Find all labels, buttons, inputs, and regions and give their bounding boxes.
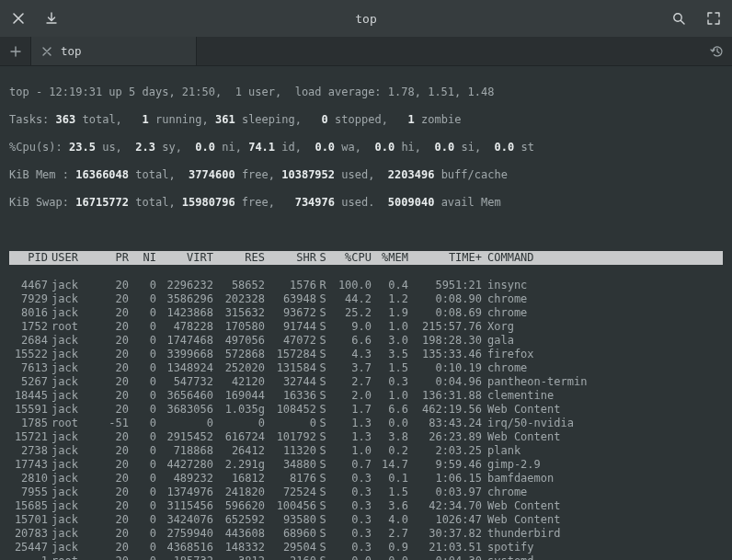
process-row: 15701jack200342407665259293580S0.34.0102… [9,513,723,527]
summary-line-cpu: %Cpu(s): 23.5 us, 2.3 sy, 0.0 ni, 74.1 i… [9,141,723,154]
process-row: 15721jack2002915452616724101792S1.33.826… [9,430,723,444]
tab-close-icon[interactable] [42,47,51,56]
process-row: 2684jack200174746849705647072S6.63.0198:… [9,334,723,348]
process-row: 5267jack2005477324212032744S2.70.30:04.9… [9,375,723,389]
process-row: 20783jack200275994044360868960S0.32.730:… [9,527,723,541]
new-tab-button[interactable] [0,37,31,65]
process-row: 15522jack2003399668572868157284S4.33.513… [9,348,723,361]
process-row: 18445jack200365646016904416336S2.01.0136… [9,389,723,403]
process-row: 17743jack20044272802.291g34880S0.714.79:… [9,458,723,472]
history-icon[interactable] [710,37,725,65]
process-row: 1752root20047822817058091744S9.01.0215:5… [9,320,723,334]
process-row: 7955jack200137497624182072524S0.31.50:03… [9,486,723,499]
process-row: 2738jack2007188682641211320S1.00.22:03.2… [9,444,723,458]
process-row: 2810jack200489232168128176S0.30.11:06.15… [9,472,723,486]
process-table-body: 4467jack2002296232586521576R100.00.45951… [9,279,723,560]
process-row: 8016jack200142386831563293672S25.21.90:0… [9,306,723,320]
window-title: top [0,12,732,26]
summary-line-swap: KiB Swap: 16715772 total, 15980796 free,… [9,196,723,210]
search-icon[interactable] [669,9,688,28]
tab-label: top [61,44,185,58]
process-table-header: PIDUSERPRNIVIRTRESSHRS%CPU%MEMTIME+COMMA… [9,251,723,265]
process-row: 15591jack20036830561.035g108452S1.76.646… [9,403,723,417]
download-icon[interactable] [42,9,61,28]
maximize-icon[interactable] [704,9,723,28]
summary-line-uptime: top - 12:19:31 up 5 days, 21:50, 1 user,… [9,86,723,99]
process-row: 4467jack2002296232586521576R100.00.45951… [9,279,723,292]
process-row: 15685jack2003115456596620100456S0.33.642… [9,499,723,513]
tab-active[interactable]: top [31,37,197,65]
summary-line-mem: KiB Mem : 16366048 total, 3774600 free, … [9,168,723,182]
close-window-icon[interactable] [9,9,28,28]
process-row: 7929jack200358629620232863948S44.21.20:0… [9,292,723,306]
process-row: 25447jack200436851614833229504S0.30.921:… [9,541,723,554]
terminal-output[interactable]: top - 12:19:31 up 5 days, 21:50, 1 user,… [0,66,732,560]
tab-bar: top [0,37,732,66]
process-row: 1785root-510000S1.30.083:43.24irq/50-nvi… [9,417,723,430]
process-row: 7613jack2001348924252020131584S3.71.50:1… [9,361,723,375]
process-row: 1root20018573238122160S0.00.00:04.30syst… [9,554,723,560]
summary-line-tasks: Tasks: 363 total, 1 running, 361 sleepin… [9,113,723,127]
window-titlebar: top [0,0,732,37]
